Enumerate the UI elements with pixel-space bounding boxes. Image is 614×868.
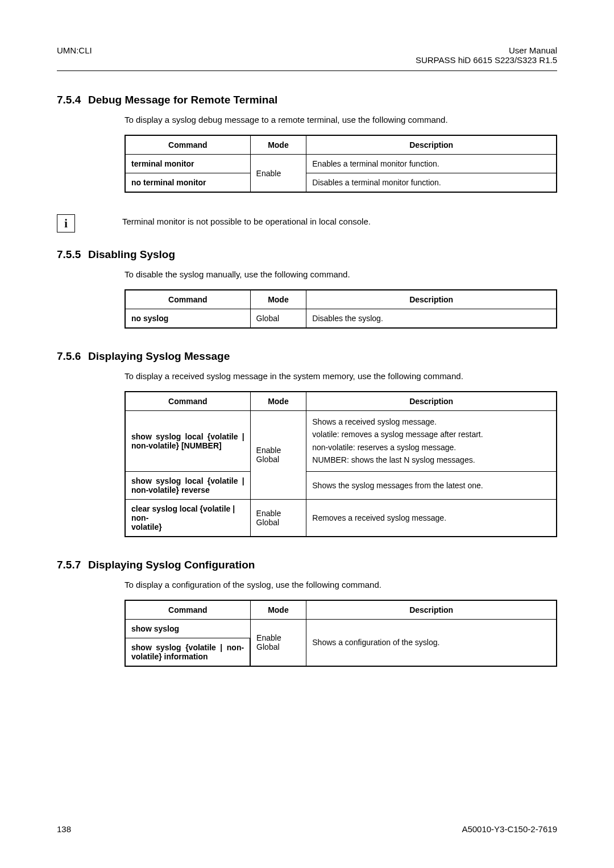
cell-command: show syslog local {volatile | non-volati… bbox=[125, 471, 250, 499]
table-header-row: Command Mode Description bbox=[125, 135, 557, 155]
cell-mode: Enable Global bbox=[250, 619, 306, 666]
section-755: 7.5.5Disabling Syslog To disable the sys… bbox=[57, 248, 557, 329]
th-description: Description bbox=[306, 290, 557, 309]
page-footer: 138 A50010-Y3-C150-2-7619 bbox=[57, 824, 557, 834]
table-row: show syslog local {volatile | non-volati… bbox=[125, 411, 557, 472]
section-title: Debug Message for Remote Terminal bbox=[88, 94, 277, 106]
cell-command: no syslog bbox=[125, 309, 250, 329]
cmd-line: non-volatile} reverse bbox=[131, 485, 244, 495]
th-command: Command bbox=[125, 392, 250, 411]
mode-line: Enable bbox=[256, 509, 301, 518]
th-description: Description bbox=[306, 135, 557, 155]
cell-mode: Enable Global bbox=[250, 411, 306, 500]
table-row: no terminal monitor Disables a terminal … bbox=[125, 173, 557, 193]
section-num: 7.5.5 bbox=[57, 248, 88, 261]
cell-command: terminal monitor bbox=[125, 155, 250, 173]
cell-description: Shows a configuration of the syslog. bbox=[306, 619, 557, 666]
section-intro: To display a configuration of the syslog… bbox=[88, 580, 557, 589]
cmd-line: show syslog local {volatile | bbox=[131, 476, 244, 485]
desc-line: NUMBER: shows the last N syslog messages… bbox=[312, 454, 550, 466]
table-row: no syslog Global Disables the syslog. bbox=[125, 309, 557, 329]
table-header-row: Command Mode Description bbox=[125, 290, 557, 309]
cell-mode: Enable bbox=[250, 155, 306, 193]
table-header-row: Command Mode Description bbox=[125, 392, 557, 411]
info-note: i Terminal monitor is not possible to be… bbox=[57, 214, 557, 232]
section-title: Disabling Syslog bbox=[88, 248, 175, 260]
table-755: Command Mode Description no syslog Globa… bbox=[125, 289, 557, 329]
table-756: Command Mode Description show syslog loc… bbox=[125, 391, 557, 537]
cell-mode: Enable Global bbox=[250, 499, 306, 537]
header-right-line2: SURPASS hiD 6615 S223/S323 R1.5 bbox=[416, 55, 557, 65]
cell-description: Shows the syslog messages from the lates… bbox=[306, 471, 557, 499]
cmd-line: show syslog local {volatile | bbox=[131, 432, 244, 441]
section-heading-757: 7.5.7Displaying Syslog Configuration bbox=[57, 559, 557, 571]
desc-line: Shows a received syslog message. bbox=[312, 416, 550, 428]
section-754: 7.5.4Debug Message for Remote Terminal T… bbox=[57, 94, 557, 193]
mode-line: Enable bbox=[256, 633, 300, 642]
document-id: A50010-Y3-C150-2-7619 bbox=[462, 824, 557, 834]
table-757: Command Mode Description show syslog Ena… bbox=[125, 600, 557, 667]
info-icon: i bbox=[57, 214, 75, 232]
info-text: Terminal monitor is not possible to be o… bbox=[91, 214, 371, 226]
cell-description: Disables a terminal monitor function. bbox=[306, 173, 557, 193]
th-mode: Mode bbox=[250, 290, 306, 309]
section-heading-754: 7.5.4Debug Message for Remote Terminal bbox=[57, 94, 557, 106]
cmd-line: show syslog {volatile | non- bbox=[131, 643, 244, 652]
section-title: Displaying Syslog Message bbox=[88, 350, 230, 362]
page-header: UMN:CLI User Manual SURPASS hiD 6615 S22… bbox=[57, 45, 557, 71]
cmd-line: volatile} information bbox=[131, 652, 244, 661]
th-description: Description bbox=[306, 392, 557, 411]
section-num: 7.5.4 bbox=[57, 94, 88, 106]
cell-command: show syslog {volatile | non- volatile} i… bbox=[125, 638, 250, 666]
section-757: 7.5.7Displaying Syslog Configuration To … bbox=[57, 559, 557, 667]
th-description: Description bbox=[306, 600, 557, 620]
th-command: Command bbox=[125, 290, 250, 309]
cell-command: clear syslog local {volatile | non- vola… bbox=[125, 499, 250, 537]
cmd-line: clear syslog local {volatile | non- bbox=[131, 504, 244, 522]
mode-line: Global bbox=[256, 455, 301, 464]
th-command: Command bbox=[125, 600, 250, 620]
section-756: 7.5.6Displaying Syslog Message To displa… bbox=[57, 350, 557, 537]
cell-command: show syslog bbox=[125, 619, 250, 638]
cell-description: Shows a received syslog message. volatil… bbox=[306, 411, 557, 472]
th-mode: Mode bbox=[250, 135, 306, 155]
cell-description: Disables the syslog. bbox=[306, 309, 557, 329]
cell-description: Removes a received syslog message. bbox=[306, 499, 557, 537]
table-header-row: Command Mode Description bbox=[125, 600, 557, 620]
cell-command: no terminal monitor bbox=[125, 173, 250, 193]
section-title: Displaying Syslog Configuration bbox=[88, 559, 255, 571]
section-intro: To display a syslog debug message to a r… bbox=[88, 115, 557, 124]
table-754: Command Mode Description terminal monito… bbox=[125, 135, 557, 193]
section-intro: To disable the syslog manually, use the … bbox=[88, 269, 557, 279]
section-num: 7.5.7 bbox=[57, 559, 88, 571]
th-mode: Mode bbox=[250, 392, 306, 411]
table-row: show syslog Enable Global Shows a config… bbox=[125, 619, 557, 638]
cell-command: show syslog local {volatile | non-volati… bbox=[125, 411, 250, 472]
th-command: Command bbox=[125, 135, 250, 155]
header-right-line1: User Manual bbox=[416, 45, 557, 55]
table-row: show syslog local {volatile | non-volati… bbox=[125, 471, 557, 499]
cell-mode: Global bbox=[250, 309, 306, 329]
document-page: UMN:CLI User Manual SURPASS hiD 6615 S22… bbox=[0, 0, 614, 868]
table-row: terminal monitor Enable Enables a termin… bbox=[125, 155, 557, 173]
header-right: User Manual SURPASS hiD 6615 S223/S323 R… bbox=[416, 45, 557, 65]
mode-line: Enable bbox=[256, 446, 301, 455]
section-intro: To display a received syslog message in … bbox=[88, 371, 557, 381]
section-heading-755: 7.5.5Disabling Syslog bbox=[57, 248, 557, 261]
desc-line: volatile: removes a syslog message after… bbox=[312, 428, 550, 441]
page-number: 138 bbox=[57, 824, 71, 834]
desc-line: non-volatile: reserves a syslog message. bbox=[312, 441, 550, 454]
th-mode: Mode bbox=[250, 600, 306, 620]
mode-line: Global bbox=[256, 642, 300, 651]
header-left: UMN:CLI bbox=[57, 45, 92, 65]
cmd-line: volatile} bbox=[131, 522, 244, 531]
cmd-line: non-volatile} [NUMBER] bbox=[131, 441, 244, 450]
table-row: clear syslog local {volatile | non- vola… bbox=[125, 499, 557, 537]
section-num: 7.5.6 bbox=[57, 350, 88, 363]
cell-description: Enables a terminal monitor function. bbox=[306, 155, 557, 173]
section-heading-756: 7.5.6Displaying Syslog Message bbox=[57, 350, 557, 363]
mode-line: Global bbox=[256, 518, 301, 527]
